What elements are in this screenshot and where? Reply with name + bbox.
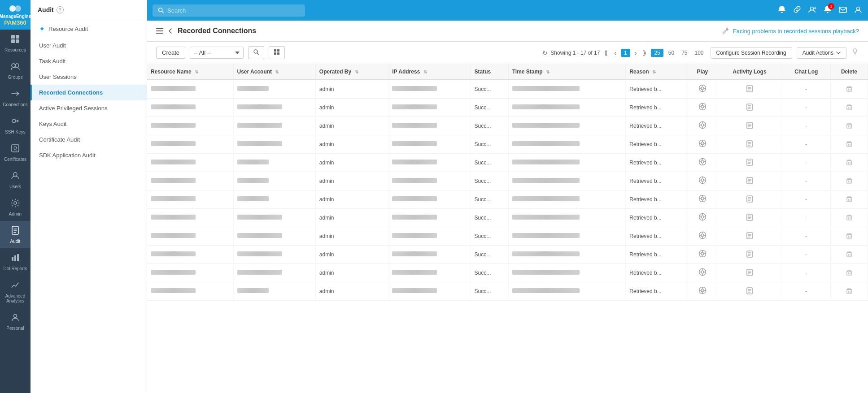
delete-button[interactable] [846,86,853,94]
first-page-btn[interactable]: ⟪ [602,48,610,57]
sidebar-item-admin[interactable]: Admin [0,194,31,221]
alert-bell-icon[interactable]: 1 [823,5,832,16]
sidebar-item-personal[interactable]: Personal [0,308,31,335]
dropdown-chevron-icon [836,52,841,54]
col-status[interactable]: Status [471,64,508,80]
groups-label: Groups [8,75,23,80]
sidebar-item-ssh-keys[interactable]: SSH Keys [0,112,31,139]
play-button[interactable] [698,141,707,149]
sidebar-item-keys-audit[interactable]: Keys Audit [31,116,147,132]
mail-icon[interactable] [838,5,847,16]
page-size-100[interactable]: 100 [693,49,706,57]
delete-button[interactable] [846,196,853,204]
play-button[interactable] [698,251,707,259]
certificates-icon [10,143,20,155]
sidebar-item-certificate-audit[interactable]: Certificate Audit [31,132,147,147]
notifications-icon[interactable] [777,5,786,16]
last-page-btn[interactable]: ⟫ [641,48,648,57]
delete-button[interactable] [846,233,853,241]
activity-log-button[interactable] [746,123,753,130]
play-button[interactable] [698,86,707,94]
play-button[interactable] [698,288,707,296]
facing-problems-text[interactable]: Facing problems in recorded sessions pla… [733,28,859,35]
page-size-50[interactable]: 50 [666,49,676,57]
sidebar-item-users[interactable]: Users [0,166,31,194]
delete-button[interactable] [846,270,853,277]
activity-log-button[interactable] [746,215,753,222]
col-reason[interactable]: Reason ⇅ [626,64,688,80]
cell-chat_log: - [782,190,830,209]
sidebar-item-resource-audit[interactable]: ✦ Resource Audit [31,20,147,38]
delete-button[interactable] [846,123,853,130]
delete-button[interactable] [846,215,853,222]
activity-log-button[interactable] [746,160,753,167]
sidebar-item-task-audit[interactable]: Task Audit [31,53,147,69]
audit-help-icon[interactable]: ? [57,6,64,13]
delete-button[interactable] [846,288,853,296]
sidebar-item-resources[interactable]: Resources [0,30,31,57]
user-add-icon[interactable] [808,5,817,16]
delete-button[interactable] [846,178,853,186]
active-privileged-label: Active Privileged Sessions [39,105,107,112]
create-button[interactable]: Create [156,47,185,59]
svg-point-7 [15,64,19,67]
configure-button[interactable]: Configure Session Recording [711,47,792,59]
sidebar-item-audit[interactable]: Audit [0,221,31,248]
filter-select[interactable]: -- All -- [190,47,244,59]
activity-log-button[interactable] [746,270,753,277]
search-input[interactable] [167,7,300,14]
play-button[interactable] [698,123,707,130]
col-resource-name[interactable]: Resource Name ⇅ [147,64,233,80]
sidebar-item-active-privileged[interactable]: Active Privileged Sessions [31,100,147,116]
col-ip-address[interactable]: IP Address ⇅ [388,64,471,80]
cell-time_stamp [508,282,626,301]
delete-button[interactable] [846,160,853,167]
back-icon[interactable] [167,27,174,35]
play-button[interactable] [698,178,707,186]
next-page-btn[interactable]: › [633,48,639,57]
sidebar-item-sdk-audit[interactable]: SDK Application Audit [31,147,147,163]
sidebar-item-user-audit[interactable]: User Audit [31,38,147,53]
svg-point-80 [701,197,704,200]
audit-actions-button[interactable]: Audit Actions [797,47,846,59]
page-size-25[interactable]: 25 [651,49,663,57]
delete-button[interactable] [846,104,853,112]
play-button[interactable] [698,215,707,222]
play-button[interactable] [698,196,707,204]
activity-log-button[interactable] [746,252,753,259]
sidebar-item-groups[interactable]: Groups [0,57,31,84]
delete-button[interactable] [846,141,853,149]
activity-log-button[interactable] [746,197,753,204]
profile-icon[interactable] [854,5,863,16]
sidebar-item-certificates[interactable]: Certificates [0,139,31,166]
sidebar-item-reports[interactable]: Dol Reports [0,248,31,276]
prev-page-btn[interactable]: ‹ [612,48,618,57]
page-size-75[interactable]: 75 [679,49,689,57]
activity-log-button[interactable] [746,289,753,296]
activity-log-button[interactable] [746,142,753,149]
search-button[interactable] [248,46,264,59]
play-button[interactable] [698,270,707,277]
grid-view-button[interactable] [269,46,285,59]
cell-resource_name [147,282,233,301]
sidebar-item-recorded-connections[interactable]: Recorded Connections [31,85,147,100]
refresh-icon[interactable]: ↻ [542,49,548,56]
delete-button[interactable] [846,251,853,259]
sidebar-item-analytics[interactable]: Advanced Analytics [0,276,31,308]
col-user-account[interactable]: User Account ⇅ [233,64,315,80]
link-icon[interactable] [793,5,802,16]
sidebar-item-user-sessions[interactable]: User Sessions [31,69,147,85]
cell-delete [830,264,868,282]
col-operated-by[interactable]: Operated By ⇅ [315,64,388,80]
play-button[interactable] [698,233,707,241]
play-button[interactable] [698,160,707,167]
lightbulb-button[interactable] [851,48,859,58]
play-button[interactable] [698,104,707,112]
sidebar-item-connections[interactable]: Connections [0,84,31,112]
activity-log-button[interactable] [746,105,753,112]
current-page[interactable]: 1 [621,49,630,57]
col-timestamp[interactable]: Time Stamp ⇅ [508,64,626,80]
activity-log-button[interactable] [746,178,753,186]
activity-log-button[interactable] [746,233,753,241]
activity-log-button[interactable] [746,86,753,94]
